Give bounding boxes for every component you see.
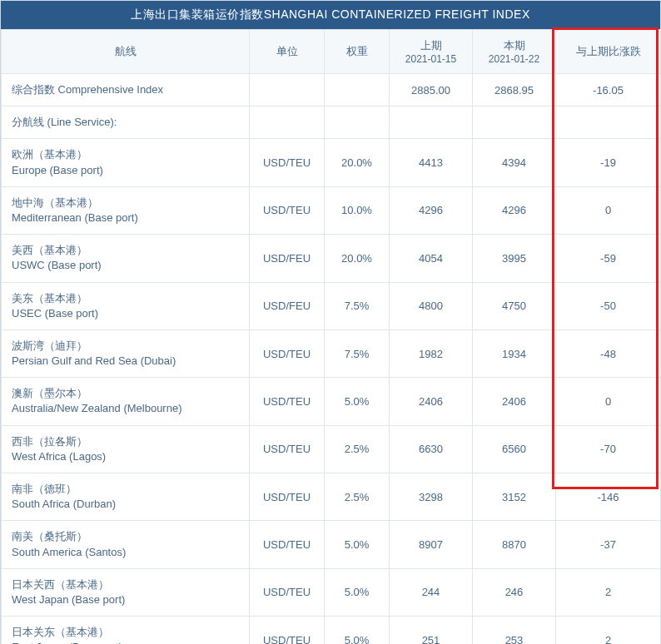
cell-prev: 4054 (390, 235, 473, 282)
cell-weight: 5.0% (325, 568, 390, 616)
cell-curr: 4296 (473, 186, 556, 234)
cell-weight: 7.5% (325, 329, 390, 377)
cell-unit: USD/TEU (250, 473, 325, 521)
route-cell: 澳新（墨尔本）Australia/New Zealand (Melbourne) (2, 378, 250, 425)
cell-change: 0 (556, 186, 661, 234)
header-change: 与上期比涨跌 (556, 30, 661, 74)
cell-curr: 8870 (473, 521, 556, 568)
cell-weight (325, 74, 390, 107)
cell-curr: 253 (473, 617, 556, 644)
route-cell: 综合指数 Comprehensive Index (2, 74, 250, 107)
table-row: 美东（基本港）USEC (Base port)USD/FEU7.5%480047… (2, 282, 661, 329)
route-cell: 波斯湾（迪拜）Persian Gulf and Red Sea (Dubai) (2, 329, 250, 377)
table-row: 美西（基本港）USWC (Base port)USD/FEU20.0%40543… (2, 235, 661, 282)
cell-unit (250, 107, 325, 139)
cell-unit: USD/FEU (250, 282, 325, 329)
cell-weight: 5.0% (325, 378, 390, 425)
cell-change: 2 (556, 568, 661, 616)
cell-weight: 20.0% (325, 139, 390, 186)
table-row: 日本关西（基本港）West Japan (Base port)USD/TEU5.… (2, 568, 661, 616)
cell-change: -19 (556, 139, 661, 186)
cell-prev: 4800 (390, 282, 473, 329)
cell-weight: 2.5% (325, 473, 390, 521)
cell-weight: 5.0% (325, 521, 390, 568)
cell-curr: 1934 (473, 329, 556, 377)
route-cell: 南美（桑托斯）South America (Santos) (2, 521, 250, 568)
cell-prev: 2885.00 (390, 74, 473, 107)
cell-prev: 251 (390, 617, 473, 644)
route-cell: 分航线 (Line Service): (2, 107, 250, 139)
header-curr-label: 本期 (480, 38, 549, 53)
cell-prev: 3298 (390, 473, 473, 521)
cell-curr: 246 (473, 568, 556, 616)
cell-weight: 5.0% (325, 617, 390, 644)
cell-prev (390, 107, 473, 139)
cell-curr (473, 107, 556, 139)
cell-change: -48 (556, 329, 661, 377)
table-row: 南美（桑托斯）South America (Santos)USD/TEU5.0%… (2, 521, 661, 568)
cell-prev: 2406 (390, 378, 473, 425)
cell-unit: USD/TEU (250, 186, 325, 234)
header-weight: 权重 (325, 30, 390, 74)
cell-change (556, 107, 661, 139)
cell-curr: 6560 (473, 425, 556, 473)
cell-change: -50 (556, 282, 661, 329)
cell-unit: USD/TEU (250, 378, 325, 425)
route-cell: 南非（德班）South Africa (Durban) (2, 473, 250, 521)
cell-change: -16.05 (556, 74, 661, 107)
table-row: 波斯湾（迪拜）Persian Gulf and Red Sea (Dubai)U… (2, 329, 661, 377)
cell-prev: 244 (390, 568, 473, 616)
cell-unit: USD/TEU (250, 521, 325, 568)
cell-prev: 8907 (390, 521, 473, 568)
cell-weight: 20.0% (325, 235, 390, 282)
freight-index-table: 上海出口集装箱运价指数SHANGHAI CONTAINERIZED FREIGH… (0, 0, 661, 644)
cell-unit: USD/FEU (250, 235, 325, 282)
route-cell: 地中海（基本港）Mediterranean (Base port) (2, 186, 250, 234)
route-cell: 美西（基本港）USWC (Base port) (2, 235, 250, 282)
header-prev: 上期 2021-01-15 (390, 30, 473, 74)
cell-unit: USD/TEU (250, 617, 325, 644)
cell-curr: 4750 (473, 282, 556, 329)
route-cell: 欧洲（基本港）Europe (Base port) (2, 139, 250, 186)
cell-weight: 10.0% (325, 186, 390, 234)
table-row: 日本关东（基本港）East Japan (Base port)USD/TEU5.… (2, 617, 661, 644)
cell-prev: 4296 (390, 186, 473, 234)
cell-curr: 3995 (473, 235, 556, 282)
cell-unit: USD/TEU (250, 139, 325, 186)
header-unit: 单位 (250, 30, 325, 74)
table-row: 南非（德班）South Africa (Durban)USD/TEU2.5%32… (2, 473, 661, 521)
cell-curr: 2406 (473, 378, 556, 425)
cell-change: -146 (556, 473, 661, 521)
table-row: 综合指数 Comprehensive Index2885.002868.95-1… (2, 74, 661, 107)
table-row: 澳新（墨尔本）Australia/New Zealand (Melbourne)… (2, 378, 661, 425)
table-row: 西非（拉各斯）West Africa (Lagos)USD/TEU2.5%663… (2, 425, 661, 473)
route-cell: 西非（拉各斯）West Africa (Lagos) (2, 425, 250, 473)
cell-prev: 1982 (390, 329, 473, 377)
header-route: 航线 (2, 30, 250, 74)
table-row: 分航线 (Line Service): (2, 107, 661, 139)
cell-change: 0 (556, 378, 661, 425)
route-cell: 美东（基本港）USEC (Base port) (2, 282, 250, 329)
cell-unit: USD/TEU (250, 425, 325, 473)
cell-prev: 6630 (390, 425, 473, 473)
header-prev-label: 上期 (396, 38, 465, 53)
header-curr: 本期 2021-01-22 (473, 30, 556, 74)
cell-change: 2 (556, 617, 661, 644)
route-cell: 日本关西（基本港）West Japan (Base port) (2, 568, 250, 616)
header-curr-date: 2021-01-22 (480, 53, 549, 65)
cell-change: -59 (556, 235, 661, 282)
cell-curr: 4394 (473, 139, 556, 186)
cell-weight: 7.5% (325, 282, 390, 329)
cell-weight (325, 107, 390, 139)
table-row: 欧洲（基本港）Europe (Base port)USD/TEU20.0%441… (2, 139, 661, 186)
cell-change: -37 (556, 521, 661, 568)
cell-curr: 2868.95 (473, 74, 556, 107)
header-prev-date: 2021-01-15 (396, 53, 465, 65)
route-cell: 日本关东（基本港）East Japan (Base port) (2, 617, 250, 644)
header-row: 航线 单位 权重 上期 2021-01-15 本期 2021-01-22 与上期… (2, 30, 661, 74)
cell-curr: 3152 (473, 473, 556, 521)
cell-unit (250, 74, 325, 107)
cell-unit: USD/TEU (250, 329, 325, 377)
data-table: 航线 单位 权重 上期 2021-01-15 本期 2021-01-22 与上期… (1, 29, 661, 644)
table-row: 地中海（基本港）Mediterranean (Base port)USD/TEU… (2, 186, 661, 234)
